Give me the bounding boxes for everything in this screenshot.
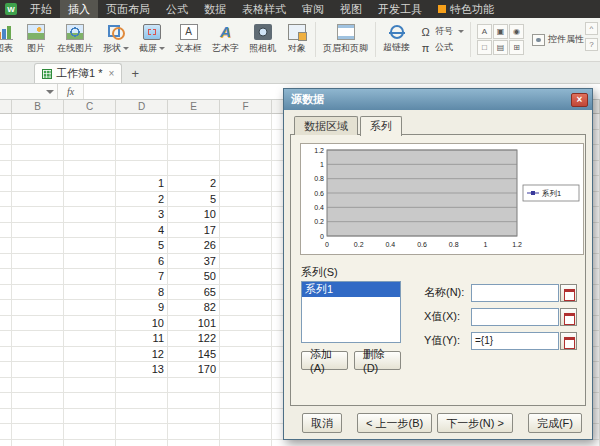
ribbon-button[interactable]: 艺术字 xyxy=(207,18,244,61)
field-input[interactable] xyxy=(471,284,559,302)
ribbon-tab[interactable]: 表格样式 xyxy=(234,0,294,18)
cell[interactable] xyxy=(168,393,220,408)
cell[interactable] xyxy=(12,176,64,191)
cell[interactable] xyxy=(64,238,116,253)
cell[interactable] xyxy=(0,207,12,222)
cell[interactable] xyxy=(220,316,272,331)
cell[interactable] xyxy=(168,114,220,129)
ribbon-button[interactable]: 符号 xyxy=(419,25,464,38)
insert-function-button[interactable]: fx xyxy=(58,84,84,99)
cell[interactable] xyxy=(12,161,64,176)
range-picker-button[interactable] xyxy=(560,332,577,350)
dialog-button[interactable]: 取消 xyxy=(302,413,342,433)
cell[interactable]: 7 xyxy=(116,269,168,284)
cell[interactable]: 50 xyxy=(168,269,220,284)
cell[interactable] xyxy=(116,114,168,129)
form-control-button[interactable]: ◉ xyxy=(509,24,524,39)
cell[interactable]: 6 xyxy=(116,254,168,269)
name-box[interactable] xyxy=(0,84,58,99)
dialog-button[interactable]: 下一步(N) > xyxy=(437,413,513,433)
cell[interactable]: 9 xyxy=(116,300,168,315)
cell[interactable] xyxy=(220,269,272,284)
cell[interactable] xyxy=(64,145,116,160)
cell[interactable] xyxy=(116,393,168,408)
cell[interactable] xyxy=(0,362,12,377)
cell[interactable] xyxy=(0,176,12,191)
close-tab-icon[interactable]: × xyxy=(108,68,114,79)
cell[interactable] xyxy=(12,285,64,300)
cell[interactable] xyxy=(220,331,272,346)
cell[interactable] xyxy=(64,269,116,284)
form-control-button[interactable]: ▣ xyxy=(493,24,508,39)
column-header[interactable]: C xyxy=(64,100,116,113)
cell[interactable] xyxy=(220,207,272,222)
cell[interactable] xyxy=(12,347,64,362)
cell[interactable] xyxy=(64,362,116,377)
cell[interactable] xyxy=(64,300,116,315)
ribbon-tab[interactable]: 页面布局 xyxy=(98,0,158,18)
ribbon-button[interactable]: 形状 xyxy=(98,18,134,61)
cell[interactable]: 13 xyxy=(116,362,168,377)
cell[interactable] xyxy=(64,331,116,346)
cell[interactable]: 82 xyxy=(168,300,220,315)
ribbon-button[interactable]: 图片 xyxy=(20,18,52,61)
cell[interactable] xyxy=(64,285,116,300)
cell[interactable]: 3 xyxy=(116,207,168,222)
cell[interactable] xyxy=(220,223,272,238)
cell[interactable] xyxy=(12,223,64,238)
cell[interactable] xyxy=(220,254,272,269)
cell[interactable] xyxy=(12,207,64,222)
cell[interactable] xyxy=(272,440,600,446)
ribbon-button[interactable]: 图表 xyxy=(0,18,20,61)
cell[interactable] xyxy=(12,238,64,253)
ribbon-button[interactable]: 截屏 xyxy=(134,18,170,61)
ribbon-tab[interactable]: 数据 xyxy=(196,0,234,18)
cell[interactable]: 4 xyxy=(116,223,168,238)
form-control-button[interactable]: ▤ xyxy=(493,40,508,55)
ribbon-tab[interactable]: 开发工具 xyxy=(370,0,430,18)
question-icon[interactable]: ? xyxy=(585,38,598,51)
cell[interactable] xyxy=(64,409,116,424)
dialog-button[interactable]: < 上一步(B) xyxy=(357,413,432,433)
range-picker-button[interactable] xyxy=(560,284,577,302)
cell[interactable] xyxy=(0,114,12,129)
cell[interactable] xyxy=(220,192,272,207)
cell[interactable] xyxy=(116,440,168,446)
cell[interactable] xyxy=(0,300,12,315)
cell[interactable] xyxy=(12,409,64,424)
field-input[interactable] xyxy=(471,308,559,326)
ribbon-button[interactable]: 在线图片 xyxy=(52,18,98,61)
cell[interactable] xyxy=(220,145,272,160)
column-header[interactable] xyxy=(0,100,12,113)
cell[interactable] xyxy=(0,223,12,238)
cell[interactable]: 26 xyxy=(168,238,220,253)
cell[interactable] xyxy=(116,130,168,145)
cell[interactable] xyxy=(220,114,272,129)
dialog-tab[interactable]: 系列 xyxy=(360,116,402,136)
dialog-tab[interactable]: 数据区域 xyxy=(294,116,358,135)
ribbon-button[interactable]: 控件属性 xyxy=(532,33,584,46)
cell[interactable] xyxy=(12,378,64,393)
cell[interactable] xyxy=(220,378,272,393)
cell[interactable] xyxy=(12,316,64,331)
cell[interactable] xyxy=(64,440,116,446)
cell[interactable] xyxy=(168,161,220,176)
cell[interactable] xyxy=(116,145,168,160)
cell[interactable]: 145 xyxy=(168,347,220,362)
ribbon-tab[interactable]: 审阅 xyxy=(294,0,332,18)
delete-series-button[interactable]: 删除(D) xyxy=(354,351,401,370)
cell[interactable] xyxy=(220,393,272,408)
cell[interactable]: 2 xyxy=(116,192,168,207)
cell[interactable]: 11 xyxy=(116,331,168,346)
cell[interactable] xyxy=(0,409,12,424)
add-series-button[interactable]: 添加(A) xyxy=(301,351,348,370)
dialog-button[interactable]: 完成(F) xyxy=(528,413,582,433)
cell[interactable]: 2 xyxy=(168,176,220,191)
cell[interactable]: 1 xyxy=(116,176,168,191)
cell[interactable] xyxy=(12,130,64,145)
cell[interactable] xyxy=(64,316,116,331)
cell[interactable] xyxy=(0,130,12,145)
cell[interactable] xyxy=(12,145,64,160)
document-tab[interactable]: 工作簿1 * × xyxy=(34,63,122,83)
cell[interactable]: 12 xyxy=(116,347,168,362)
